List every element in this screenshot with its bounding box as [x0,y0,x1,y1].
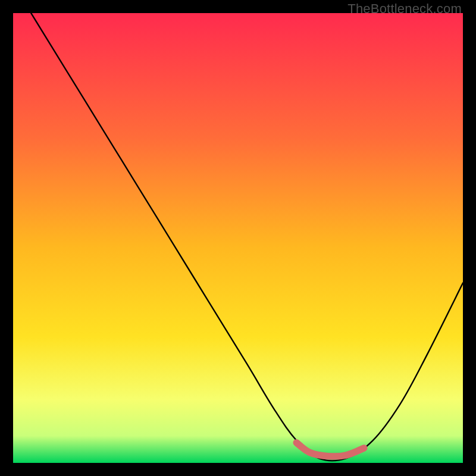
watermark-text: TheBottleneck.com [347,1,462,17]
gradient-background [13,13,463,463]
chart-svg [13,13,463,463]
chart-frame [13,13,463,463]
